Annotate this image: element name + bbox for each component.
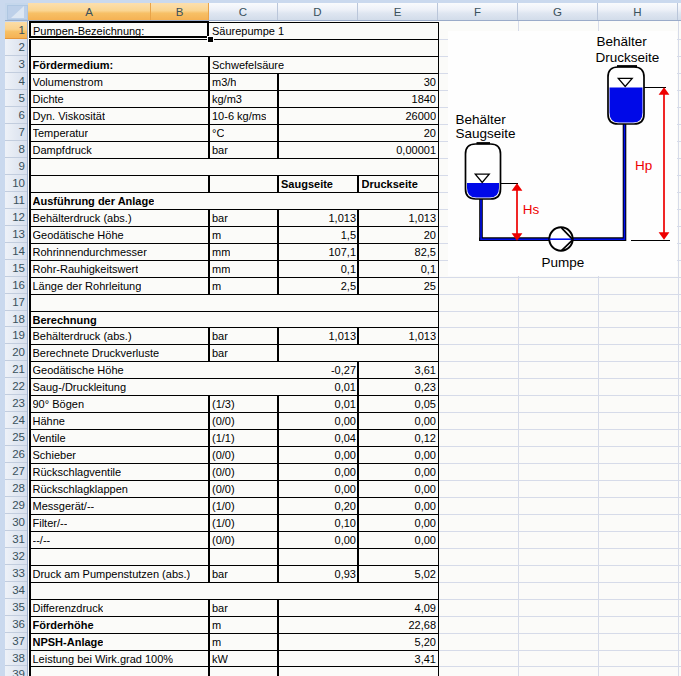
svg-text:Druckseite: Druckseite: [596, 50, 660, 65]
svg-text:Behälter: Behälter: [456, 112, 507, 127]
svg-text:Pumpe: Pumpe: [542, 255, 585, 270]
svg-text:Hp: Hp: [635, 158, 652, 173]
svg-text:Behälter: Behälter: [597, 34, 648, 49]
svg-text:Saugseite: Saugseite: [456, 126, 516, 141]
svg-text:Hs: Hs: [523, 202, 540, 217]
